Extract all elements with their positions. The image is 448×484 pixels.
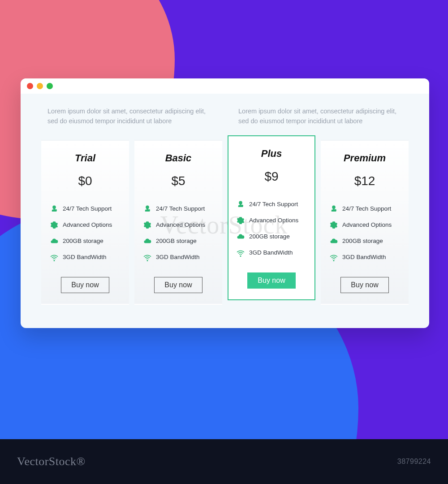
storage-icon (143, 237, 151, 245)
window-maximize-icon[interactable] (47, 83, 53, 89)
footer-bar: VectorStock® 38799224 (0, 439, 448, 484)
feature-label: Advanced Options (63, 221, 112, 228)
support-icon (330, 205, 338, 213)
feature-item-bandwidth: 3GD BandWidth (142, 249, 214, 265)
options-icon (237, 216, 245, 225)
window-titlebar (21, 78, 429, 94)
svg-point-3 (335, 209, 337, 212)
intro-row: Lorem ipsum dolor sit amet, consectetur … (21, 94, 429, 136)
feature-label: Advanced Options (342, 221, 392, 228)
feature-item-support: 24/7 Tech Support (329, 201, 401, 217)
buy-now-button[interactable]: Buy now (154, 277, 202, 293)
feature-label: 3GD BandWidth (156, 254, 200, 260)
feature-item-bandwidth: 3GD BandWidth (49, 249, 121, 265)
feature-item-bandwidth: 3GD BandWidth (236, 245, 307, 261)
options-icon (143, 221, 151, 229)
plan-price: $12 (354, 174, 375, 188)
feature-label: 200GB storage (156, 238, 197, 244)
bandwidth-icon (50, 253, 58, 261)
feature-item-support: 24/7 Tech Support (49, 201, 121, 217)
intro-text-right: Lorem ipsum dolor sit amet, consectetur … (238, 106, 402, 126)
plan-price: $9 (264, 169, 278, 184)
plan-name: Trial (75, 152, 95, 164)
feature-item-options: Advanced Options (236, 212, 307, 229)
feature-item-storage: 200GB storage (236, 229, 307, 245)
feature-label: 200GB storage (63, 238, 103, 244)
bandwidth-icon (143, 253, 151, 261)
footer-brand: VectorStock® (17, 455, 86, 468)
buy-now-button[interactable]: Buy now (61, 277, 109, 293)
feature-label: 24/7 Tech Support (63, 205, 112, 212)
feature-item-options: Advanced Options (329, 217, 401, 233)
feature-item-bandwidth: 3GD BandWidth (329, 249, 401, 265)
buy-now-button[interactable]: Buy now (247, 272, 295, 289)
svg-point-2 (241, 205, 244, 207)
plan-name: Plus (261, 148, 282, 160)
options-icon (50, 221, 58, 229)
intro-text-left: Lorem ipsum dolor sit amet, consectetur … (47, 106, 211, 126)
plan-name: Basic (165, 152, 192, 164)
feature-label: 3GD BandWidth (249, 249, 293, 256)
plan-name: Premium (344, 152, 386, 164)
plan-price: $0 (78, 174, 92, 188)
buy-now-button[interactable]: Buy now (340, 277, 388, 293)
svg-point-1 (148, 209, 151, 212)
feature-item-storage: 200GB storage (49, 233, 121, 249)
feature-label: 24/7 Tech Support (249, 201, 298, 207)
app-window: Lorem ipsum dolor sit amet, consectetur … (21, 78, 429, 328)
feature-list: 24/7 Tech SupportAdvanced Options200GB s… (236, 196, 307, 261)
feature-item-storage: 200GB storage (142, 233, 214, 249)
svg-point-0 (55, 209, 57, 212)
feature-label: Advanced Options (249, 217, 298, 224)
support-icon (237, 200, 245, 208)
window-minimize-icon[interactable] (37, 83, 43, 89)
feature-item-options: Advanced Options (49, 217, 121, 233)
footer-code: 38799224 (397, 458, 431, 466)
feature-item-options: Advanced Options (142, 217, 214, 233)
feature-label: 24/7 Tech Support (156, 205, 205, 212)
feature-label: 200GB storage (249, 233, 290, 240)
feature-label: 3GD BandWidth (63, 254, 107, 260)
support-icon (143, 205, 151, 213)
window-close-icon[interactable] (27, 83, 33, 89)
storage-icon (50, 237, 58, 245)
plan-price: $5 (171, 174, 185, 188)
feature-item-support: 24/7 Tech Support (236, 196, 307, 212)
feature-list: 24/7 Tech SupportAdvanced Options200GB s… (142, 201, 214, 265)
feature-item-support: 24/7 Tech Support (142, 201, 214, 217)
support-icon (50, 205, 58, 213)
pricing-card-basic: Basic$524/7 Tech SupportAdvanced Options… (134, 140, 222, 305)
options-icon (330, 221, 338, 229)
pricing-card-plus: Plus$924/7 Tech SupportAdvanced Options2… (228, 135, 315, 300)
pricing-card-trial: Trial$024/7 Tech SupportAdvanced Options… (41, 140, 129, 305)
feature-label: 24/7 Tech Support (342, 205, 391, 212)
bandwidth-icon (330, 253, 338, 261)
feature-label: 3GD BandWidth (342, 254, 386, 260)
bandwidth-icon (237, 249, 245, 257)
feature-list: 24/7 Tech SupportAdvanced Options200GB s… (329, 201, 401, 265)
feature-list: 24/7 Tech SupportAdvanced Options200GB s… (49, 201, 121, 265)
feature-label: 200GB storage (342, 238, 383, 244)
feature-item-storage: 200GB storage (329, 233, 401, 249)
pricing-card-premium: Premium$1224/7 Tech SupportAdvanced Opti… (321, 140, 409, 305)
storage-icon (237, 233, 245, 241)
pricing-cards: Trial$024/7 Tech SupportAdvanced Options… (21, 136, 429, 328)
feature-label: Advanced Options (156, 221, 205, 228)
storage-icon (330, 237, 338, 245)
